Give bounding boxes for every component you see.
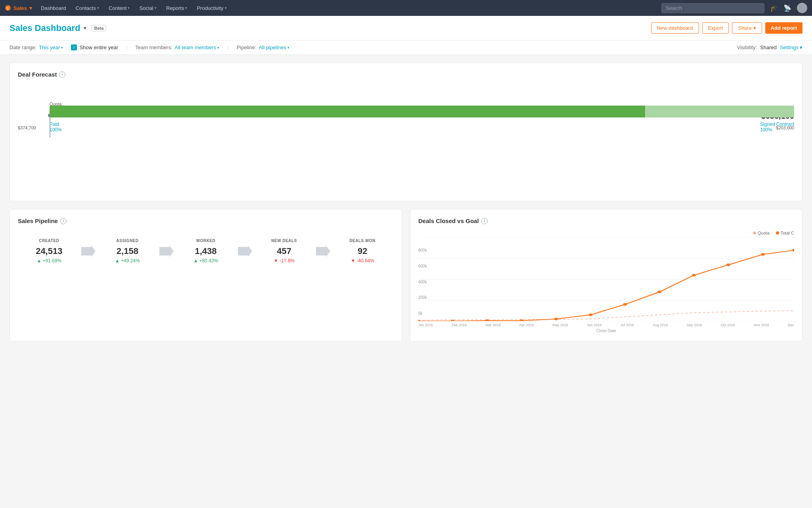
forecast-labels: Paid 100% Signed Contract 100% [50, 121, 794, 133]
pipeline-label: Pipeline: [237, 44, 257, 50]
page-header: Sales Dashboard ▾ Beta New dashboard Exp… [0, 16, 812, 40]
nav-reports[interactable]: Reports ▾ [162, 0, 192, 16]
show-entire-year-checkbox[interactable]: ✓ Show entire year [71, 44, 118, 50]
delta-assigned: ▲ +49.24% [96, 258, 159, 264]
team-members-value[interactable]: All team members ▾ [175, 44, 220, 50]
legend-total: Total C [776, 231, 794, 235]
pipeline-stage-deals-won: DEALS WON 92 ▼ -40.64% [331, 239, 394, 264]
header-actions: New dashboard Export Share ▾ Add report [651, 22, 802, 34]
deal-forecast-info-icon[interactable]: i [59, 71, 65, 78]
search-input[interactable] [661, 3, 764, 13]
forecast-bar-fill [50, 106, 645, 117]
forecast-container: Weighted total $656,100 Quota: $25,200 $… [18, 106, 794, 193]
filter-bar: Date range: This year ▾ ✓ Show entire ye… [0, 40, 812, 55]
deals-closed-card: Deals Closed vs Goal i Quota Total C 800… [410, 209, 802, 341]
main-content: Deal Forecast i Weighted total $656,100 … [0, 55, 812, 357]
export-button[interactable]: Export [702, 22, 729, 34]
team-members-label: Team members: [135, 44, 172, 50]
nav-content[interactable]: Content ▾ [105, 0, 134, 16]
delta-created: ▲ +91.69% [18, 258, 80, 264]
date-range-label: Date range: [10, 44, 36, 50]
user-avatar[interactable] [797, 3, 807, 13]
pipeline-funnel: CREATED 24,513 ▲ +91.69% ASSIGNED 2,158 … [18, 231, 394, 271]
top-navigation: S Sales ▾ Dashboard Contacts ▾ Content ▾… [0, 0, 812, 16]
deal-forecast-card: Deal Forecast i Weighted total $656,100 … [10, 63, 802, 201]
delta-deals-won: ▼ -40.64% [331, 258, 394, 264]
deals-closed-title: Deals Closed vs Goal i [418, 217, 794, 224]
x-labels: Jan 2016 Feb 2016 Mar 2016 Apr 2016 May … [418, 323, 794, 327]
page-title: Sales Dashboard [10, 23, 80, 33]
visibility-group: Visibility: Shared Settings ▾ [737, 44, 802, 50]
date-range-filter: Date range: This year ▾ [10, 44, 63, 50]
nav-social[interactable]: Social ▾ [135, 0, 160, 16]
date-range-value[interactable]: This year ▾ [39, 44, 63, 50]
graduation-icon[interactable]: 🎓 [770, 4, 778, 12]
page-title-group: Sales Dashboard ▾ Beta [10, 23, 106, 33]
funnel-arrow-2 [159, 244, 174, 258]
new-dashboard-button[interactable]: New dashboard [651, 22, 699, 34]
svg-marker-2 [81, 245, 96, 257]
nav-productivity[interactable]: Productivity ▾ [193, 0, 230, 16]
pipeline-stage-new-deals: NEW DEALS 457 ▼ -17.8% [253, 239, 316, 264]
funnel-arrow-3 [237, 244, 253, 258]
title-dropdown-arrow[interactable]: ▾ [84, 25, 86, 31]
svg-point-19 [692, 274, 695, 276]
funnel-arrow-4 [315, 244, 331, 258]
legend-quota: Quota [753, 231, 770, 235]
svg-point-16 [589, 314, 592, 316]
bar-left-value: $374,700 [18, 125, 36, 130]
pipeline-stage-assigned: ASSIGNED 2,158 ▲ +49.24% [96, 239, 159, 264]
funnel-arrow-1 [80, 244, 96, 258]
chart-legend: Quota Total C [418, 231, 794, 235]
brand-logo[interactable]: S Sales ▾ [5, 5, 32, 11]
brand-name: Sales [13, 5, 27, 11]
svg-point-20 [726, 264, 730, 266]
svg-marker-5 [316, 245, 330, 257]
checkbox-icon: ✓ [71, 44, 77, 50]
nav-dashboard[interactable]: Dashboard [37, 0, 70, 16]
forecast-bar-track [50, 106, 794, 117]
svg-point-17 [623, 303, 627, 306]
pipeline-filter: Pipeline: All pipelines ▾ [237, 44, 289, 50]
sales-pipeline-title: Sales Pipeline i [18, 217, 394, 224]
delta-new-deals: ▼ -17.8% [253, 258, 316, 264]
nav-contacts[interactable]: Contacts ▾ [72, 0, 103, 16]
two-col-section: Sales Pipeline i CREATED 24,513 ▲ +91.69… [10, 209, 802, 349]
add-report-button[interactable]: Add report [765, 22, 802, 34]
nav-icon-group: 🎓 📡 [770, 3, 807, 13]
share-button[interactable]: Share ▾ [732, 22, 762, 34]
beta-badge: Beta [92, 25, 107, 31]
legend-quota-dot [753, 231, 756, 235]
svg-text:S: S [6, 6, 9, 10]
pipeline-stage-created: CREATED 24,513 ▲ +91.69% [18, 239, 80, 264]
legend-total-dot [776, 231, 779, 235]
chart-svg [418, 238, 794, 321]
visibility-label: Visibility: [737, 44, 757, 50]
svg-point-15 [554, 318, 558, 320]
sales-pipeline-info-icon[interactable]: i [60, 218, 67, 224]
settings-link[interactable]: Settings ▾ [780, 44, 802, 50]
forecast-chart: Quota: $25,200 $374,700 $203,000 P [18, 106, 794, 133]
pipeline-value[interactable]: All pipelines ▾ [259, 44, 289, 50]
pipeline-stage-worked: WORKED 1,438 ▲ +80.43% [174, 239, 237, 264]
deal-forecast-title: Deal Forecast i [18, 71, 794, 78]
team-members-filter: Team members: All team members ▾ [135, 44, 219, 50]
visibility-value: Shared [760, 44, 777, 50]
deals-closed-info-icon[interactable]: i [481, 218, 488, 224]
svg-point-18 [658, 291, 661, 293]
chart-plot: Jan 2016 Feb 2016 Mar 2016 Apr 2016 May … [418, 238, 794, 333]
svg-marker-4 [238, 245, 252, 257]
paid-label: Paid 100% [50, 121, 62, 133]
sales-pipeline-card: Sales Pipeline i CREATED 24,513 ▲ +91.69… [10, 209, 402, 341]
broadcast-icon[interactable]: 📡 [783, 4, 791, 12]
svg-marker-3 [159, 245, 174, 257]
svg-point-21 [761, 253, 764, 256]
brand-caret: ▾ [29, 5, 32, 11]
svg-point-22 [792, 249, 794, 251]
bar-right-value: $203,000 [776, 125, 794, 130]
x-axis-label: Close Date [418, 329, 794, 333]
delta-worked: ▲ +80.43% [174, 258, 237, 264]
show-entire-year-label: Show entire year [79, 44, 118, 50]
chart-wrapper: 800k 600k 400k 200k 0k [418, 238, 794, 333]
